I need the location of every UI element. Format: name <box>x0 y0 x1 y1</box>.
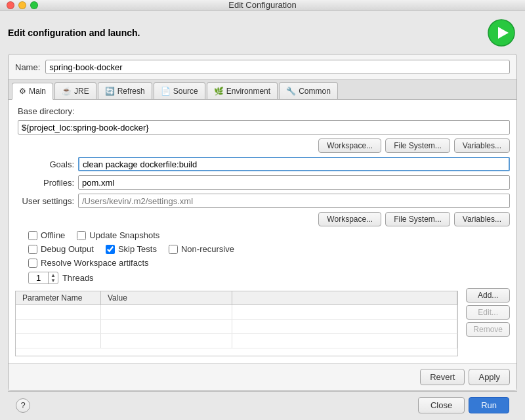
common-tab-label: Common <box>299 87 331 96</box>
directory-buttons-row: Workspace... File System... Variables... <box>15 138 510 153</box>
run-button-bottom[interactable]: Run <box>469 397 509 413</box>
offline-label: Offline <box>41 230 65 240</box>
tab-jre[interactable]: ☕ JRE <box>54 82 96 99</box>
offline-checkbox-item: Offline <box>28 230 65 240</box>
main-tab-label: Main <box>29 87 46 96</box>
table-header: Parameter Name Value <box>16 291 457 305</box>
tab-main[interactable]: ⚙ Main <box>12 83 53 100</box>
user-settings-row: User settings: <box>15 194 510 208</box>
name-label: Name: <box>15 62 40 72</box>
update-snapshots-checkbox-item: Update Snapshots <box>77 230 159 240</box>
skip-tests-label: Skip Tests <box>118 244 157 254</box>
param-name-cell <box>16 305 101 319</box>
variables-btn-2[interactable]: Variables... <box>454 212 510 226</box>
source-tab-label: Source <box>173 87 198 96</box>
header-row: Edit configuration and launch. <box>8 17 517 49</box>
maximize-window-btn[interactable] <box>30 1 38 9</box>
goals-input[interactable] <box>78 157 510 171</box>
common-tab-icon: 🔧 <box>286 87 296 96</box>
env-tab-icon: 🌿 <box>214 87 224 96</box>
table-section: Parameter Name Value <box>15 288 510 356</box>
update-snapshots-checkbox[interactable] <box>77 231 86 240</box>
name-input[interactable] <box>45 60 510 74</box>
resolve-workspace-label: Resolve Workspace artifacts <box>41 258 149 268</box>
param-extra-cell <box>232 334 457 348</box>
base-directory-input[interactable] <box>18 120 510 135</box>
threads-down-icon[interactable]: ▼ <box>51 278 56 284</box>
profiles-input[interactable] <box>78 175 510 190</box>
offline-checkbox[interactable] <box>28 231 37 240</box>
settings-buttons-row: Workspace... File System... Variables... <box>15 212 510 226</box>
main-tab-icon: ⚙ <box>19 87 26 96</box>
profiles-label: Profiles: <box>15 178 74 188</box>
file-system-btn-2[interactable]: File System... <box>385 212 450 226</box>
non-recursive-label: Non-recursive <box>181 244 234 254</box>
window-controls[interactable] <box>7 1 38 9</box>
threads-value: 1 <box>29 272 49 284</box>
close-window-btn[interactable] <box>7 1 14 9</box>
non-recursive-checkbox[interactable] <box>169 245 178 254</box>
bottom-right: Close Run <box>418 397 509 413</box>
table-row[interactable] <box>16 305 457 320</box>
add-button[interactable]: Add... <box>466 288 510 303</box>
base-directory-input-row <box>15 120 510 135</box>
param-extra-cell <box>232 320 457 333</box>
resolve-workspace-checkbox[interactable] <box>28 259 37 268</box>
run-icon <box>487 18 516 47</box>
threads-arrows[interactable]: ▲ ▼ <box>49 273 58 284</box>
jre-tab-label: JRE <box>74 87 89 96</box>
tab-environment[interactable]: 🌿 Environment <box>207 82 278 99</box>
skip-tests-checkbox[interactable] <box>106 245 115 254</box>
param-name-cell <box>16 334 101 348</box>
tab-refresh[interactable]: 🔄 Refresh <box>98 82 152 99</box>
checkboxes-row-3: Resolve Workspace artifacts <box>15 258 510 268</box>
minimize-window-btn[interactable] <box>18 1 26 9</box>
debug-output-checkbox-item: Debug Output <box>28 244 94 254</box>
environment-tab-label: Environment <box>226 87 270 96</box>
run-button-top[interactable] <box>486 17 517 49</box>
close-button[interactable]: Close <box>418 397 465 413</box>
variables-btn-1[interactable]: Variables... <box>454 138 510 153</box>
file-system-btn-1[interactable]: File System... <box>385 138 450 153</box>
remove-button[interactable]: Remove <box>466 322 510 337</box>
titlebar: Edit Configuration <box>0 0 525 10</box>
param-name-cell <box>16 320 101 333</box>
non-recursive-checkbox-item: Non-recursive <box>169 244 234 254</box>
table-row[interactable] <box>16 334 457 348</box>
revert-button[interactable]: Revert <box>420 369 465 385</box>
help-button[interactable]: ? <box>16 398 30 413</box>
table-body <box>16 305 457 356</box>
bottom-left: ? <box>16 398 30 413</box>
user-settings-label: User settings: <box>15 196 74 206</box>
jre-tab-icon: ☕ <box>62 87 72 96</box>
goals-row: Goals: <box>15 157 510 171</box>
workspace-btn-1[interactable]: Workspace... <box>318 138 381 153</box>
checkboxes-row-1: Offline Update Snapshots <box>15 230 510 240</box>
threads-spinner[interactable]: 1 ▲ ▼ <box>28 272 58 284</box>
table-row[interactable] <box>16 320 457 334</box>
config-panel: Name: ⚙ Main ☕ JRE 🔄 Refresh 📄 Source 🌿 <box>8 54 517 391</box>
window-title: Edit Configuration <box>228 0 296 10</box>
apply-button[interactable]: Apply <box>469 369 510 385</box>
user-settings-input[interactable] <box>78 194 510 208</box>
tab-source[interactable]: 📄 Source <box>154 82 205 99</box>
param-value-cell <box>101 320 232 333</box>
col-extra <box>232 291 457 304</box>
base-directory-row: Base directory: <box>15 106 510 116</box>
debug-output-label: Debug Output <box>41 244 94 254</box>
param-value-cell <box>101 305 232 319</box>
threads-row: 1 ▲ ▼ Threads <box>15 272 510 284</box>
workspace-btn-2[interactable]: Workspace... <box>318 212 381 226</box>
profiles-row: Profiles: <box>15 175 510 190</box>
page-title: Edit configuration and launch. <box>8 28 140 38</box>
table-side-buttons: Add... Edit... Remove <box>462 288 510 356</box>
skip-tests-checkbox-item: Skip Tests <box>106 244 157 254</box>
debug-output-checkbox[interactable] <box>28 245 37 254</box>
param-extra-cell <box>232 305 457 319</box>
param-value-cell <box>101 334 232 348</box>
goals-label: Goals: <box>15 159 74 169</box>
edit-button[interactable]: Edit... <box>466 305 510 320</box>
tab-common[interactable]: 🔧 Common <box>279 82 338 99</box>
refresh-tab-label: Refresh <box>117 87 145 96</box>
col-parameter-name: Parameter Name <box>16 291 101 304</box>
